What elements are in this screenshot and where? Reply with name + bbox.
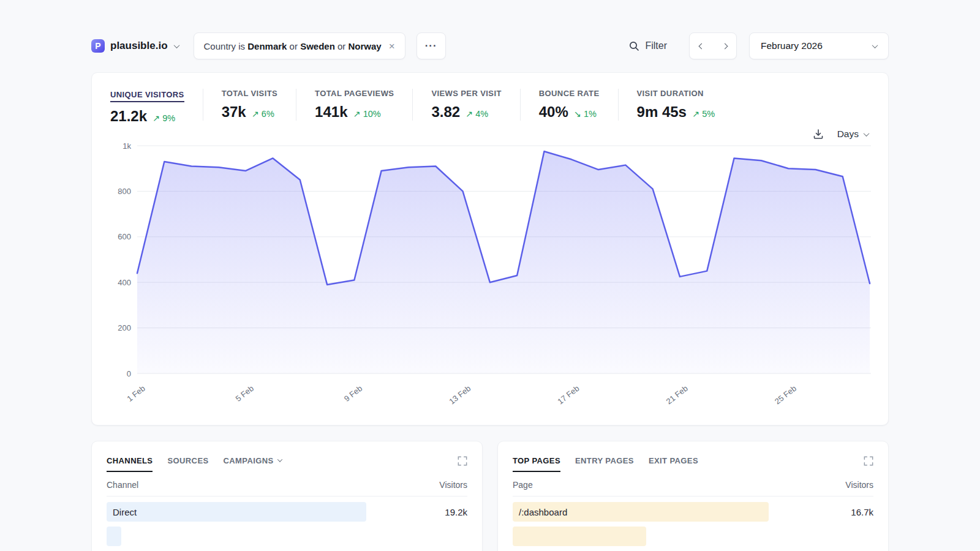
channels-tabs: CHANNELS SOURCES CAMPAIGNS: [107, 456, 467, 472]
search-icon: [629, 41, 639, 51]
trend-up-icon: ↗: [353, 109, 361, 119]
table-row[interactable]: [107, 527, 467, 546]
dashboard: P plausible.io Country is Denmark or Swe…: [91, 0, 889, 551]
main-analytics-card: UNIQUE VISITORS 21.2k ↗ 9% TOTAL VISITS …: [91, 72, 889, 425]
svg-text:9 Feb: 9 Feb: [342, 384, 364, 403]
row-bar: [107, 502, 366, 522]
tab-exit-pages[interactable]: EXIT PAGES: [649, 456, 698, 471]
filter-chip-text: Country is: [204, 41, 248, 51]
stat-visit-duration[interactable]: VISIT DURATION 9m 45s ↗ 5%: [618, 89, 734, 121]
row-label[interactable]: /:dashboard: [513, 507, 567, 517]
stat-value: 3.82: [431, 103, 460, 121]
stat-label: TOTAL PAGEVIEWS: [315, 89, 394, 98]
trend-down-icon: ↘: [574, 109, 581, 119]
tab-campaigns[interactable]: CAMPAIGNS: [224, 456, 282, 471]
stat-value: 21.2k: [110, 108, 147, 125]
stat-change: ↗ 10%: [353, 109, 381, 119]
chevron-down-icon: [173, 42, 179, 48]
expand-icon[interactable]: [458, 456, 467, 466]
channels-rows: Direct 19.2k: [107, 502, 467, 546]
svg-text:5 Feb: 5 Feb: [234, 384, 255, 403]
channels-panel: CHANNELS SOURCES CAMPAIGNS Channel Visit…: [91, 441, 483, 551]
chevron-left-icon: [698, 43, 704, 49]
tab-entry-pages[interactable]: ENTRY PAGES: [575, 456, 634, 471]
plausible-logo-icon: P: [91, 39, 105, 53]
remove-filter-icon[interactable]: ×: [389, 41, 395, 51]
row-value: 16.7k: [851, 507, 873, 517]
svg-text:0: 0: [127, 369, 131, 378]
filter-chip-country-3: Norway: [349, 41, 382, 51]
column-metric: Visitors: [439, 480, 467, 490]
filter-chip-text: or: [335, 41, 349, 51]
stat-change: ↗ 6%: [252, 109, 274, 119]
chevron-right-icon: [722, 43, 728, 49]
svg-text:17 Feb: 17 Feb: [556, 384, 581, 407]
row-value: 19.2k: [445, 507, 467, 517]
stat-change: ↗ 9%: [153, 113, 175, 123]
date-nav: [689, 32, 737, 59]
column-dim: Channel: [107, 480, 138, 490]
filter-chip-country-2: Sweden: [300, 41, 335, 51]
filter-chip-country-1: Denmark: [247, 41, 287, 51]
interval-label: Days: [837, 129, 859, 140]
row-bar: [107, 527, 121, 546]
stat-unique-visitors[interactable]: UNIQUE VISITORS 21.2k ↗ 9%: [110, 89, 203, 125]
filter-chip-text: or: [287, 41, 300, 51]
filter-button-label: Filter: [645, 40, 667, 51]
download-icon[interactable]: [813, 129, 824, 140]
svg-text:200: 200: [118, 323, 131, 332]
interval-select[interactable]: Days: [837, 129, 869, 140]
site-switcher[interactable]: P plausible.io: [91, 39, 179, 53]
column-dim: Page: [513, 480, 533, 490]
tab-channels[interactable]: CHANNELS: [107, 456, 153, 472]
table-row[interactable]: /:dashboard 16.7k: [513, 502, 873, 522]
stat-total-pageviews[interactable]: TOTAL PAGEVIEWS 141k ↗ 10%: [296, 89, 412, 121]
date-range-label: February 2026: [761, 40, 823, 51]
table-row[interactable]: [513, 527, 873, 546]
visitors-chart[interactable]: 02004006008001k1 Feb5 Feb9 Feb13 Feb17 F…: [110, 140, 871, 413]
stat-total-visits[interactable]: TOTAL VISITS 37k ↗ 6%: [203, 89, 296, 121]
filter-button[interactable]: Filter: [629, 40, 667, 51]
top-bar: P plausible.io Country is Denmark or Swe…: [91, 32, 889, 59]
svg-text:1 Feb: 1 Feb: [125, 384, 146, 403]
country-filter-chip[interactable]: Country is Denmark or Sweden or Norway ×: [194, 32, 405, 59]
stat-change: ↘ 1%: [574, 109, 597, 119]
tab-sources[interactable]: SOURCES: [167, 456, 208, 471]
pages-columns: Page Visitors: [513, 480, 873, 497]
next-period-button[interactable]: [713, 33, 736, 59]
expand-icon[interactable]: [864, 456, 873, 466]
chart-area: 02004006008001k1 Feb5 Feb9 Feb13 Feb17 F…: [110, 140, 870, 413]
stat-label: VISIT DURATION: [637, 89, 715, 98]
table-row[interactable]: Direct 19.2k: [107, 502, 467, 522]
stat-change: ↗ 5%: [692, 109, 715, 119]
stat-label: UNIQUE VISITORS: [110, 90, 184, 102]
stat-value: 40%: [539, 103, 568, 121]
site-name: plausible.io: [110, 40, 168, 52]
stat-label: TOTAL VISITS: [222, 89, 277, 98]
trend-up-icon: ↗: [153, 113, 160, 123]
pages-rows: /:dashboard 16.7k: [513, 502, 873, 546]
row-label[interactable]: Direct: [107, 507, 137, 517]
prev-period-button[interactable]: [690, 33, 713, 59]
trend-up-icon: ↗: [692, 109, 699, 119]
stat-value: 37k: [222, 103, 246, 121]
stat-views-per-visit[interactable]: VIEWS PER VISIT 3.82 ↗ 4%: [412, 89, 519, 121]
stat-value: 141k: [315, 103, 347, 121]
more-filters-button[interactable]: ···: [417, 32, 446, 59]
stat-bounce-rate[interactable]: BOUNCE RATE 40% ↘ 1%: [520, 89, 618, 121]
chart-controls: Days: [110, 129, 870, 140]
svg-text:800: 800: [118, 187, 131, 196]
date-range-select[interactable]: February 2026: [749, 32, 889, 59]
column-metric: Visitors: [845, 480, 873, 490]
pages-panel: TOP PAGES ENTRY PAGES EXIT PAGES Page Vi…: [497, 441, 889, 551]
svg-text:400: 400: [118, 278, 131, 287]
trend-up-icon: ↗: [252, 109, 259, 119]
trend-up-icon: ↗: [466, 109, 473, 119]
svg-text:25 Feb: 25 Feb: [773, 384, 798, 407]
tab-top-pages[interactable]: TOP PAGES: [513, 456, 560, 472]
stat-change: ↗ 4%: [466, 109, 488, 119]
stat-label: VIEWS PER VISIT: [431, 89, 501, 98]
chevron-down-icon: [864, 130, 870, 137]
stat-label: BOUNCE RATE: [539, 89, 600, 98]
pages-tabs: TOP PAGES ENTRY PAGES EXIT PAGES: [513, 456, 873, 472]
